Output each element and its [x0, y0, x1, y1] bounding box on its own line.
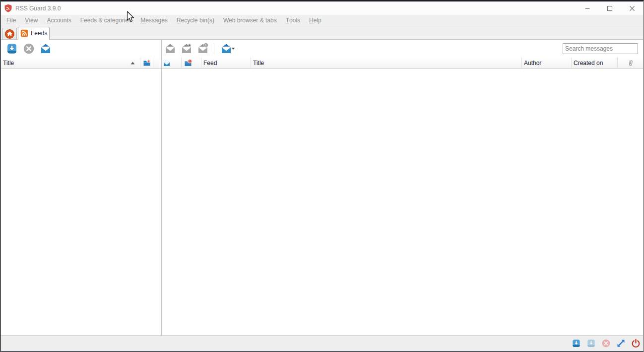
stop-update-icon: [601, 339, 611, 348]
mark-read-envelope-icon: [164, 43, 176, 55]
stop-update-icon: [23, 43, 35, 55]
tab-feeds[interactable]: Feeds: [18, 27, 50, 40]
main-area: Title: [1, 40, 643, 335]
quit-icon: [631, 339, 641, 348]
paperclip-icon: [627, 59, 635, 67]
read-column-header[interactable]: [162, 58, 182, 68]
mark-all-read-button[interactable]: [219, 43, 236, 55]
mark-important-envelope-icon: [181, 43, 193, 55]
rss-icon: [20, 29, 28, 37]
fullscreen-icon: [616, 339, 626, 348]
statusbar-update-feeds-button[interactable]: [570, 337, 582, 350]
title-column-header[interactable]: Title: [251, 58, 522, 68]
feeds-list[interactable]: [1, 69, 161, 335]
update-feeds-icon: [6, 43, 18, 55]
toolbar-separator: [214, 43, 214, 54]
feeds-panel: Title: [1, 40, 162, 335]
mark-alert-button[interactable]: [197, 43, 209, 55]
menu-messages[interactable]: Messages: [136, 15, 172, 26]
search-messages-input[interactable]: [563, 43, 638, 54]
feeds-header-spacer: [153, 58, 161, 68]
tab-home[interactable]: [2, 28, 17, 39]
home-icon: [4, 29, 15, 39]
attachment-column-header[interactable]: [618, 58, 643, 68]
menu-feeds-categories[interactable]: Feeds & categories: [76, 15, 136, 26]
menu-web-browser-tabs[interactable]: Web browser & tabs: [219, 15, 281, 26]
window-title: RSS Guard 3.9.0: [15, 5, 61, 12]
envelope-open-icon: [163, 59, 171, 67]
feeds-counts-column-header[interactable]: [140, 58, 153, 68]
mark-alert-envelope-icon: [197, 43, 209, 55]
window-controls: [576, 1, 643, 15]
rss-guard-shield-icon: [4, 4, 12, 12]
app-window: RSS Guard 3.9.0 File View Accounts Feeds…: [0, 0, 644, 352]
folder-star-icon: [143, 59, 151, 67]
menu-view[interactable]: View: [20, 15, 42, 26]
feeds-toolbar: [1, 40, 161, 58]
statusbar-update-progress-button: [584, 337, 597, 350]
menu-file[interactable]: File: [2, 15, 20, 26]
titlebar: RSS Guard 3.9.0: [1, 1, 643, 15]
menu-help[interactable]: Help: [305, 15, 326, 26]
sort-ascending-icon: [130, 62, 135, 65]
quit-button[interactable]: [629, 337, 642, 350]
minimize-icon: [584, 5, 590, 11]
update-progress-icon: [586, 339, 596, 348]
stop-update-button[interactable]: [23, 43, 35, 55]
feed-column-header[interactable]: Feed: [201, 58, 251, 68]
menubar: File View Accounts Feeds & categories Me…: [1, 15, 643, 26]
mark-feeds-read-button[interactable]: [40, 43, 52, 55]
maximize-icon: [607, 5, 613, 11]
messages-list-header: Feed Title Author Created on: [162, 58, 643, 69]
menu-tools[interactable]: Tools: [281, 15, 305, 26]
feeds-list-header: Title: [1, 58, 161, 69]
importance-column-header[interactable]: [182, 58, 201, 68]
menu-recycle-bins[interactable]: Recycle bin(s): [172, 15, 219, 26]
author-column-header[interactable]: Author: [522, 58, 572, 68]
maximize-button[interactable]: [598, 1, 621, 15]
statusbar-stop-update-button: [599, 337, 612, 350]
fullscreen-button[interactable]: [614, 337, 627, 350]
update-feeds-icon: [572, 339, 581, 348]
mark-feeds-read-icon: [40, 43, 52, 55]
tabbar: Feeds: [1, 26, 643, 40]
messages-panel: Feed Title Author Created on: [162, 40, 643, 335]
close-icon: [629, 5, 635, 11]
messages-toolbar: [162, 40, 643, 58]
folder-alert-icon: [184, 59, 192, 67]
update-feeds-button[interactable]: [6, 43, 18, 55]
tab-feeds-label: Feeds: [31, 30, 47, 37]
messages-list[interactable]: [162, 69, 643, 335]
statusbar: [1, 335, 643, 351]
mark-important-button[interactable]: [181, 43, 193, 55]
close-button[interactable]: [621, 1, 643, 15]
mark-all-read-envelope-icon: [220, 43, 232, 55]
created-on-column-header[interactable]: Created on: [572, 58, 618, 68]
minimize-button[interactable]: [576, 1, 598, 15]
search-box: [563, 43, 638, 54]
chevron-down-icon: [231, 47, 235, 50]
mark-read-button[interactable]: [164, 43, 176, 55]
feeds-title-column-header[interactable]: Title: [1, 58, 140, 68]
menu-accounts[interactable]: Accounts: [42, 15, 75, 26]
